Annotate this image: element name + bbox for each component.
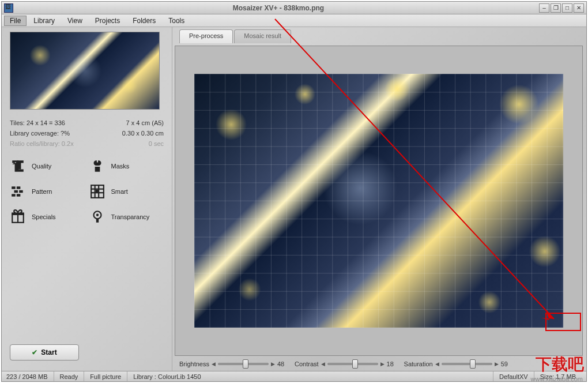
canvas-container [175, 46, 583, 356]
left-panel: Tiles: 24 x 14 = 336 7 x 4 cm (A5) Libra… [2, 27, 172, 371]
status-memory: 223 / 2048 MB [6, 371, 54, 381]
tiles-value: 7 x 4 cm (A5) [126, 118, 164, 128]
status-mode: Full picture [84, 371, 127, 381]
brightness-increase[interactable]: ▶ [271, 361, 275, 367]
brightness-slider-group: Brightness ◀ ▶ 48 [179, 361, 291, 367]
menu-view[interactable]: View [62, 16, 88, 26]
mosaic-grid-overlay [194, 74, 563, 328]
contrast-thumb[interactable] [352, 359, 358, 369]
svg-rect-0 [12, 186, 16, 189]
svg-rect-14 [12, 212, 24, 215]
saturation-slider[interactable] [442, 363, 492, 365]
titlebar: Mosaizer XV+ - 838kmo.png – ❐ □ ✕ [2, 2, 586, 14]
option-specials[interactable]: Specials [10, 209, 85, 225]
main-area: Tiles: 24 x 14 = 336 7 x 4 cm (A5) Libra… [2, 27, 586, 371]
close-button[interactable]: ✕ [574, 3, 584, 13]
watermark-text: 下载吧 [536, 354, 584, 376]
app-window: Mosaizer XV+ - 838kmo.png – ❐ □ ✕ File L… [1, 1, 587, 382]
contrast-decrease[interactable]: ◀ [321, 361, 325, 367]
coverage-label: Library coverage: ?% [10, 128, 70, 138]
menu-tools[interactable]: Tools [163, 16, 190, 26]
menu-library[interactable]: Library [28, 16, 61, 26]
restore-button[interactable]: ❐ [551, 3, 561, 13]
brightness-decrease[interactable]: ◀ [212, 361, 216, 367]
watermark-url: www.xiazaiba.com [531, 376, 583, 382]
status-library: Library : ColourLib 1450 [127, 371, 493, 381]
sliders-row: Brightness ◀ ▶ 48 Contrast ◀ ▶ 18 [175, 358, 583, 370]
info-row-tiles: Tiles: 24 x 14 = 336 7 x 4 cm (A5) [10, 118, 164, 128]
option-masks[interactable]: Masks [89, 158, 164, 174]
option-smart-label: Smart [111, 188, 128, 195]
menubar: File Library View Projects Folders Tools [2, 14, 586, 27]
specials-icon [10, 209, 26, 225]
menu-file[interactable]: File [4, 16, 27, 26]
brightness-label: Brightness [179, 361, 209, 367]
option-pattern[interactable]: Pattern [10, 183, 85, 200]
minimize-button[interactable]: – [539, 3, 549, 13]
tiles-label: Tiles: 24 x 14 = 336 [10, 118, 65, 128]
contrast-slider-group: Contrast ◀ ▶ 18 [295, 361, 401, 367]
option-grid: Quality Masks Pattern [10, 158, 164, 225]
info-row-ratio: Ratio cells/library: 0.2x 0 sec [10, 138, 164, 149]
contrast-increase[interactable]: ▶ [380, 361, 385, 367]
option-masks-label: Masks [111, 163, 130, 170]
quality-icon [10, 158, 26, 174]
menu-folders[interactable]: Folders [127, 16, 161, 26]
saturation-slider-group: Saturation ◀ ▶ 59 [404, 361, 515, 367]
svg-rect-5 [17, 194, 21, 196]
info-row-coverage: Library coverage: ?% 0.30 x 0.30 cm [10, 128, 164, 138]
start-button[interactable]: ✔ Start [10, 344, 79, 361]
contrast-slider[interactable] [327, 363, 378, 365]
status-xv: DefaultXV [493, 371, 534, 381]
svg-point-16 [96, 214, 98, 216]
pattern-icon [10, 183, 26, 200]
menu-projects[interactable]: Projects [89, 16, 126, 26]
saturation-increase[interactable]: ▶ [495, 361, 499, 367]
check-icon: ✔ [32, 348, 37, 356]
option-transparency-label: Transparancy [111, 213, 150, 220]
contrast-label: Contrast [295, 361, 319, 367]
ratio-label: Ratio cells/library: 0.2x [10, 138, 74, 149]
option-smart[interactable]: Smart [89, 183, 164, 200]
tabs-row: Pre-process Mosaic result [179, 29, 583, 43]
brightness-slider[interactable] [218, 363, 269, 365]
thumbnail-preview[interactable] [10, 32, 160, 110]
brightness-thumb[interactable] [243, 359, 248, 369]
contrast-value: 18 [387, 361, 401, 367]
ratio-value: 0 sec [149, 138, 164, 149]
option-transparency[interactable]: Transparancy [89, 209, 164, 225]
tab-preprocess[interactable]: Pre-process [179, 29, 233, 43]
masks-icon [89, 158, 105, 174]
option-quality[interactable]: Quality [10, 158, 85, 174]
maximize-button[interactable]: □ [562, 3, 572, 13]
svg-rect-17 [96, 219, 98, 223]
window-controls: – ❐ □ ✕ [539, 3, 584, 13]
window-title: Mosaizer XV+ - 838kmo.png [18, 4, 539, 12]
image-canvas[interactable] [194, 74, 563, 328]
smart-icon [89, 183, 105, 200]
brightness-value: 48 [277, 361, 291, 367]
option-pattern-label: Pattern [32, 188, 52, 195]
start-label: Start [41, 348, 56, 356]
coverage-value: 0.30 x 0.30 cm [122, 128, 164, 138]
app-icon [4, 3, 13, 13]
statusbar: 223 / 2048 MB Ready Full picture Library… [2, 371, 586, 381]
saturation-thumb[interactable] [470, 359, 476, 369]
svg-rect-3 [19, 190, 22, 193]
tab-mosaic-result[interactable]: Mosaic result [234, 29, 291, 43]
info-table: Tiles: 24 x 14 = 336 7 x 4 cm (A5) Libra… [10, 118, 164, 149]
saturation-value: 59 [501, 361, 515, 367]
status-state: Ready [54, 371, 85, 381]
svg-rect-11 [95, 190, 97, 192]
saturation-label: Saturation [404, 361, 433, 367]
svg-rect-2 [14, 190, 18, 193]
saturation-decrease[interactable]: ◀ [435, 361, 439, 367]
svg-rect-1 [17, 186, 21, 189]
transparency-icon [89, 209, 105, 225]
svg-rect-4 [12, 194, 16, 196]
right-panel: Pre-process Mosaic result Brightness ◀ ▶… [172, 27, 586, 371]
option-quality-label: Quality [32, 163, 51, 170]
option-specials-label: Specials [32, 213, 56, 220]
